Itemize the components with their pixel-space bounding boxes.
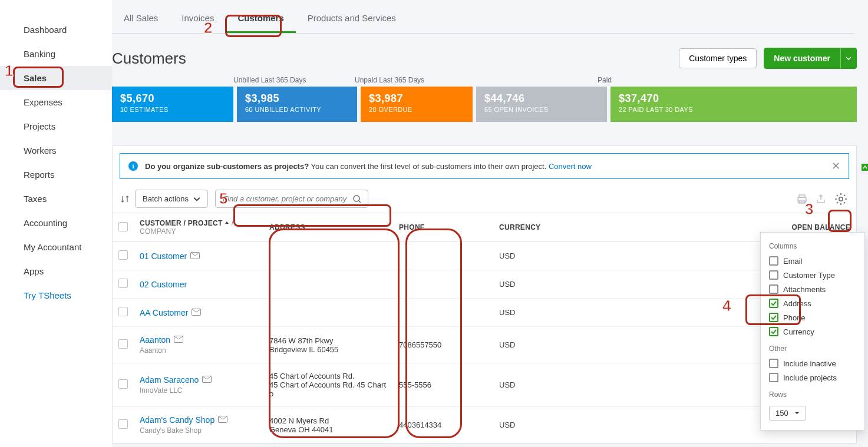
- sidebar-item-expenses[interactable]: Expenses: [0, 90, 112, 114]
- popup-other-header: Other: [769, 345, 856, 353]
- moneybar-header-paid: Paid: [598, 76, 844, 84]
- table-row: AaantonAaanton7846 W 87th PkwyBridgeview…: [113, 327, 856, 363]
- customer-link[interactable]: 02 Customer: [140, 280, 187, 289]
- tab-products-and-services[interactable]: Products and Services: [296, 13, 408, 33]
- col-email[interactable]: Email: [769, 254, 856, 268]
- page-title: Customers: [112, 49, 186, 68]
- phone-cell: [393, 242, 493, 270]
- sidebar-item-my-accountant[interactable]: My Accountant: [0, 235, 112, 259]
- customer-link[interactable]: Aaanton: [140, 335, 170, 345]
- moneybar-seg-1[interactable]: $3,98560 UNBILLED ACTIVITY: [237, 87, 357, 122]
- address-cell: [263, 242, 393, 270]
- gear-icon[interactable]: [834, 192, 848, 206]
- svg-point-0: [354, 196, 359, 201]
- convert-now-link[interactable]: Convert now: [549, 162, 592, 171]
- customer-link[interactable]: Adam's Candy Shop: [140, 415, 214, 425]
- sidebar-item-accounting[interactable]: Accounting: [0, 211, 112, 235]
- currency-cell: USD: [493, 363, 611, 407]
- phone-cell: 7086557550: [393, 327, 493, 363]
- export-icon[interactable]: [815, 194, 827, 204]
- col-customer-type[interactable]: Customer Type: [769, 268, 856, 282]
- batch-actions-dropdown[interactable]: Batch actions: [135, 190, 208, 208]
- row-checkbox[interactable]: [118, 250, 128, 260]
- sidebar-item-projects[interactable]: Projects: [0, 114, 112, 138]
- mail-icon: [202, 376, 212, 383]
- table-row: AA CustomerUSD$-627.85: [113, 299, 856, 327]
- search-input[interactable]: [222, 194, 352, 204]
- col-phone[interactable]: Phone: [769, 310, 856, 325]
- rows-select[interactable]: 150: [769, 406, 806, 420]
- tab-invoices[interactable]: Invoices: [170, 13, 226, 33]
- select-all-checkbox[interactable]: [118, 222, 128, 231]
- mail-icon: [192, 309, 201, 316]
- sales-tabs: All SalesInvoicesCustomersProducts and S…: [112, 13, 854, 34]
- row-checkbox[interactable]: [118, 419, 128, 429]
- moneybar-header-unpaid: Unpaid Last 365 Days: [355, 76, 598, 84]
- phone-cell: [393, 299, 493, 327]
- address-cell: 4002 N Myers RdGeneva OH 44041: [263, 407, 393, 443]
- customer-link[interactable]: AA Customer: [140, 308, 188, 317]
- col-currency[interactable]: Currency: [769, 325, 856, 339]
- sidebar-item-taxes[interactable]: Taxes: [0, 187, 112, 211]
- mail-icon: [174, 336, 183, 343]
- tab-customers[interactable]: Customers: [226, 13, 295, 33]
- row-checkbox[interactable]: [118, 379, 128, 389]
- print-icon[interactable]: [796, 194, 808, 204]
- new-customer-button[interactable]: New customer: [764, 48, 840, 69]
- currency-cell: USD: [493, 270, 611, 299]
- table-row: 01 CustomerUSD$-200.00: [113, 242, 856, 270]
- sort-icon[interactable]: [121, 195, 129, 203]
- address-cell: [263, 270, 393, 299]
- columns-settings-popup: Columns Email Customer Type Attachments …: [760, 232, 865, 431]
- sidebar-item-banking[interactable]: Banking: [0, 42, 112, 66]
- row-checkbox[interactable]: [118, 339, 128, 349]
- mail-icon: [190, 252, 200, 259]
- new-customer-split: New customer: [764, 48, 857, 69]
- customer-link[interactable]: 01 Customer: [140, 251, 187, 261]
- company-sub: Candy's Bake Shop: [140, 426, 258, 435]
- phone-cell: 4403614334: [393, 407, 493, 443]
- table-row: Adam's Candy ShopCandy's Bake Shop4002 N…: [113, 407, 856, 443]
- table-row: Adam SaracenoInnoVate LLC45 Chart of Acc…: [113, 363, 856, 407]
- scroll-up-button[interactable]: [862, 164, 868, 171]
- moneybar-seg-3[interactable]: $44,74665 OPEN INVOICES: [476, 87, 607, 122]
- main: All SalesInvoicesCustomersProducts and S…: [112, 0, 868, 447]
- sidebar-item-reports[interactable]: Reports: [0, 163, 112, 187]
- col-address[interactable]: Address: [769, 296, 856, 310]
- moneybar: $5,67010 ESTIMATES$3,98560 UNBILLED ACTI…: [112, 87, 857, 122]
- row-checkbox[interactable]: [118, 307, 128, 316]
- customer-types-button[interactable]: Customer types: [679, 48, 757, 68]
- currency-cell: USD: [493, 327, 611, 363]
- moneybar-seg-2[interactable]: $3,98720 OVERDUE: [361, 87, 473, 122]
- close-icon[interactable]: ✕: [831, 160, 840, 173]
- search-icon: [352, 194, 362, 204]
- table-row: 02 CustomerUSD$1,337.50: [113, 270, 856, 299]
- customer-search[interactable]: [215, 190, 368, 208]
- moneybar-seg-0[interactable]: $5,67010 ESTIMATES: [112, 87, 233, 122]
- address-cell: 7846 W 87th PkwyBridgeview IL 60455: [263, 327, 393, 363]
- svg-rect-2: [799, 195, 805, 197]
- caret-down-icon: [794, 410, 800, 416]
- inc-inactive[interactable]: Include inactive: [769, 356, 856, 370]
- new-customer-dropdown[interactable]: [840, 48, 857, 69]
- sort-asc-icon: [225, 220, 229, 225]
- currency-cell: USD: [493, 242, 611, 270]
- popup-columns-header: Columns: [769, 242, 856, 250]
- tab-all-sales[interactable]: All Sales: [112, 13, 170, 33]
- sidebar-item-sales[interactable]: Sales: [0, 66, 112, 90]
- moneybar-seg-4[interactable]: $37,47022 PAID LAST 30 DAYS: [610, 87, 857, 122]
- customer-link[interactable]: Adam Saraceno: [140, 375, 199, 385]
- caret-down-icon: [846, 55, 852, 61]
- sidebar-item-workers[interactable]: Workers: [0, 138, 112, 163]
- sidebar-item-apps[interactable]: Apps: [0, 259, 112, 283]
- inc-projects[interactable]: Include projects: [769, 370, 856, 385]
- sidebar-item-try-tsheets[interactable]: Try TSheets: [0, 283, 112, 307]
- phone-cell: [393, 270, 493, 299]
- col-attachments[interactable]: Attachments: [769, 282, 856, 296]
- currency-cell: USD: [493, 299, 611, 327]
- sidebar-item-dashboard[interactable]: Dashboard: [0, 18, 112, 42]
- row-checkbox[interactable]: [118, 279, 128, 288]
- mail-icon: [218, 416, 227, 423]
- address-cell: [263, 299, 393, 327]
- customer-panel: i Do you organize sub-customers as proje…: [112, 145, 857, 444]
